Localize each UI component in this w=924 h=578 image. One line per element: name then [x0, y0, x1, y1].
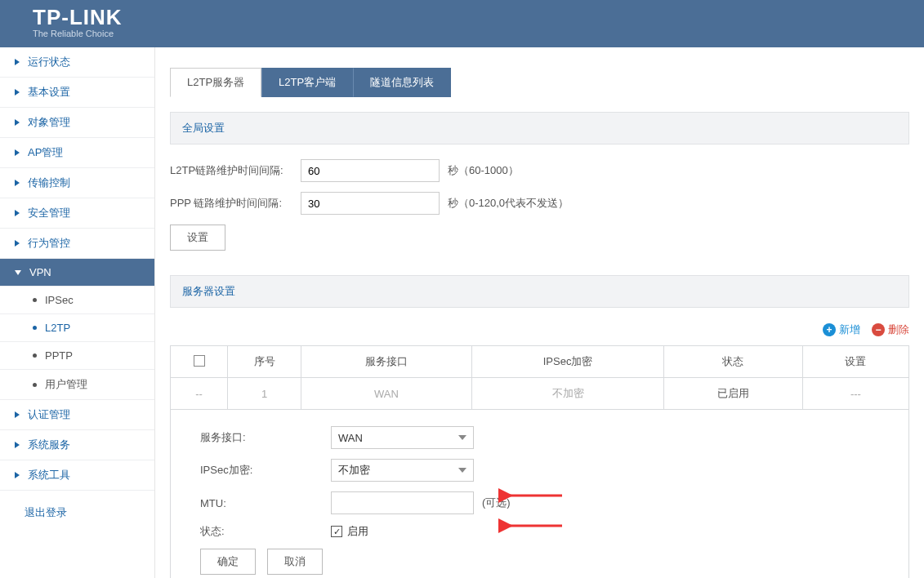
- ipsec-select[interactable]: 不加密: [331, 459, 474, 482]
- select-value: 不加密: [338, 463, 370, 478]
- sidebar-item-label: 传输控制: [28, 176, 70, 190]
- brand-logo: TP-LINK The Reliable Choice: [33, 5, 123, 38]
- server-section-header: 服务器设置: [170, 275, 909, 308]
- field-label: PPP 链路维护时间间隔:: [170, 196, 301, 211]
- col-ops: 设置: [802, 346, 908, 378]
- cell-ipsec: 不加密: [471, 378, 663, 410]
- chevron-right-icon: [15, 119, 20, 126]
- iface-select[interactable]: WAN: [331, 426, 474, 449]
- cancel-button[interactable]: 取消: [267, 549, 323, 575]
- sidebar-item-status[interactable]: 运行状态: [0, 47, 154, 78]
- chevron-down-icon: [15, 270, 21, 275]
- col-iface: 服务接口: [301, 346, 472, 378]
- sidebar-item-label: 系统服务: [28, 438, 70, 452]
- form-row-ipsec: IPSec加密: 不加密: [200, 459, 908, 482]
- sidebar-item-label: VPN: [29, 266, 51, 278]
- field-label: IPSec加密:: [200, 463, 331, 478]
- minus-icon: −: [872, 323, 885, 336]
- sidebar-item-label: 运行状态: [28, 55, 70, 69]
- sidebar-item-label: 行为管控: [28, 236, 70, 251]
- sidebar-item-object[interactable]: 对象管理: [0, 108, 154, 138]
- sidebar-item-security[interactable]: 安全管理: [0, 198, 154, 229]
- sidebar-item-vpn[interactable]: VPN: [0, 259, 154, 287]
- form-row-iface: 服务接口: WAN: [200, 426, 908, 449]
- sidebar-item-label: 认证管理: [28, 407, 70, 422]
- field-label: 状态:: [200, 524, 331, 539]
- sidebar-item-l2tp[interactable]: L2TP: [0, 314, 154, 342]
- add-button[interactable]: + 新增: [823, 322, 860, 337]
- sidebar-item-usermgmt[interactable]: 用户管理: [0, 370, 154, 400]
- cell-ops: ---: [802, 378, 908, 410]
- delete-button[interactable]: − 删除: [872, 322, 909, 337]
- tab-tunnel-list[interactable]: 隧道信息列表: [353, 68, 451, 97]
- col-status: 状态: [664, 346, 803, 378]
- l2tp-interval-input[interactable]: [301, 159, 440, 182]
- chevron-right-icon: [15, 210, 20, 216]
- chevron-right-icon: [15, 442, 20, 448]
- ok-button[interactable]: 确定: [200, 549, 256, 575]
- main-content: L2TP服务器 L2TP客户端 隧道信息列表 全局设置 L2TP链路维护时间间隔…: [155, 47, 924, 578]
- field-label: L2TP链路维护时间间隔:: [170, 163, 301, 178]
- checkbox-label: 启用: [347, 524, 368, 539]
- sidebar-item-label: 系统工具: [28, 468, 70, 482]
- sidebar-item-label: 对象管理: [28, 115, 70, 130]
- chevron-right-icon: [15, 472, 20, 478]
- cell-checkbox: --: [171, 378, 228, 410]
- table-header-row: 序号 服务接口 IPSec加密 状态 设置: [171, 346, 909, 378]
- sidebar-item-label: PPTP: [45, 349, 73, 362]
- chevron-right-icon: [15, 59, 20, 65]
- server-table: 序号 服务接口 IPSec加密 状态 设置 -- 1 WAN 不加密 已启用 -: [170, 345, 909, 410]
- sidebar-item-ipsec[interactable]: IPSec: [0, 287, 154, 314]
- plus-icon: +: [823, 323, 836, 336]
- bullet-icon: [33, 353, 37, 358]
- chevron-right-icon: [15, 240, 20, 247]
- global-section-header: 全局设置: [170, 112, 909, 144]
- global-apply-button[interactable]: 设置: [170, 225, 225, 251]
- table-toolbar: + 新增 − 删除: [170, 322, 909, 337]
- brand-name: TP-LINK: [33, 5, 123, 30]
- status-checkbox[interactable]: ✓: [331, 526, 342, 537]
- tab-l2tp-server[interactable]: L2TP服务器: [170, 68, 261, 97]
- table-row: -- 1 WAN 不加密 已启用 ---: [171, 378, 909, 410]
- sidebar-item-systools[interactable]: 系统工具: [0, 460, 154, 491]
- sidebar-item-label: 用户管理: [45, 377, 87, 392]
- field-label: MTU:: [200, 497, 331, 509]
- sidebar-item-label: 安全管理: [28, 206, 70, 220]
- annotation-arrow-1: [498, 487, 564, 505]
- sidebar-item-auth[interactable]: 认证管理: [0, 400, 154, 430]
- col-seq: 序号: [228, 346, 301, 378]
- sidebar-item-label: 基本设置: [28, 85, 70, 100]
- brand-tagline: The Reliable Choice: [33, 29, 123, 38]
- sidebar-item-behavior[interactable]: 行为管控: [0, 229, 154, 259]
- sidebar-item-sysservice[interactable]: 系统服务: [0, 430, 154, 460]
- cell-status: 已启用: [664, 378, 803, 410]
- select-all-checkbox[interactable]: [194, 355, 205, 367]
- chevron-right-icon: [15, 180, 20, 186]
- app-header: TP-LINK The Reliable Choice: [0, 0, 924, 47]
- sidebar-item-label: AP管理: [28, 145, 63, 160]
- sidebar-item-ap[interactable]: AP管理: [0, 138, 154, 168]
- mtu-input[interactable]: [331, 491, 474, 514]
- annotation-arrow-2: [498, 517, 564, 535]
- logout-link[interactable]: 退出登录: [0, 491, 154, 527]
- sidebar-item-pptp[interactable]: PPTP: [0, 342, 154, 370]
- bullet-icon: [33, 383, 37, 387]
- tab-l2tp-client[interactable]: L2TP客户端: [261, 68, 353, 97]
- form-row-l2tp-interval: L2TP链路维护时间间隔: 秒（60-1000）: [170, 159, 909, 182]
- col-ipsec: IPSec加密: [471, 346, 663, 378]
- cell-seq: 1: [228, 378, 301, 410]
- check-icon: ✓: [333, 527, 341, 536]
- cell-iface: WAN: [301, 378, 472, 410]
- select-value: WAN: [338, 432, 363, 444]
- chevron-right-icon: [15, 149, 20, 156]
- tab-bar: L2TP服务器 L2TP客户端 隧道信息列表: [170, 68, 924, 97]
- sidebar-item-transport[interactable]: 传输控制: [0, 168, 154, 198]
- sidebar-nav: 运行状态 基本设置 对象管理 AP管理 传输控制 安全管理 行为管控 VPN I…: [0, 47, 155, 578]
- field-hint: 秒（0-120,0代表不发送）: [448, 196, 569, 211]
- chevron-down-icon: [458, 435, 466, 440]
- ppp-interval-input[interactable]: [301, 192, 440, 215]
- field-hint: 秒（60-1000）: [448, 163, 519, 178]
- sidebar-item-label: L2TP: [45, 322, 70, 334]
- sidebar-item-basic[interactable]: 基本设置: [0, 78, 154, 108]
- sidebar-item-label: IPSec: [45, 294, 74, 306]
